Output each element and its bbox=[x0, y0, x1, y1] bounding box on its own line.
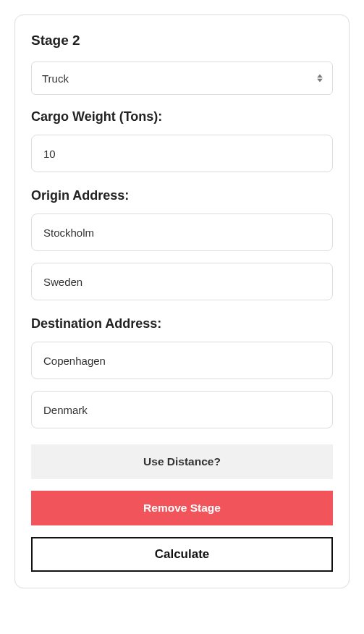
origin-city-input[interactable] bbox=[31, 214, 333, 251]
cargo-weight-section: Cargo Weight (Tons): bbox=[31, 109, 333, 172]
destination-section: Destination Address: bbox=[31, 316, 333, 428]
destination-label: Destination Address: bbox=[31, 316, 333, 331]
cargo-weight-input[interactable] bbox=[31, 135, 333, 172]
transport-select-wrapper: Truck bbox=[31, 62, 333, 95]
origin-label: Origin Address: bbox=[31, 188, 333, 203]
stage-title: Stage 2 bbox=[31, 33, 333, 48]
origin-section: Origin Address: bbox=[31, 188, 333, 300]
destination-city-input[interactable] bbox=[31, 342, 333, 379]
stage-card: Stage 2 Truck Cargo Weight (Tons): Origi… bbox=[14, 14, 350, 588]
calculate-button[interactable]: Calculate bbox=[31, 537, 333, 572]
use-distance-toggle-button[interactable]: Use Distance? bbox=[31, 444, 333, 479]
origin-country-input[interactable] bbox=[31, 263, 333, 300]
remove-stage-button[interactable]: Remove Stage bbox=[31, 491, 333, 525]
cargo-weight-label: Cargo Weight (Tons): bbox=[31, 109, 333, 124]
destination-country-input[interactable] bbox=[31, 391, 333, 428]
transport-select[interactable]: Truck bbox=[31, 62, 333, 95]
